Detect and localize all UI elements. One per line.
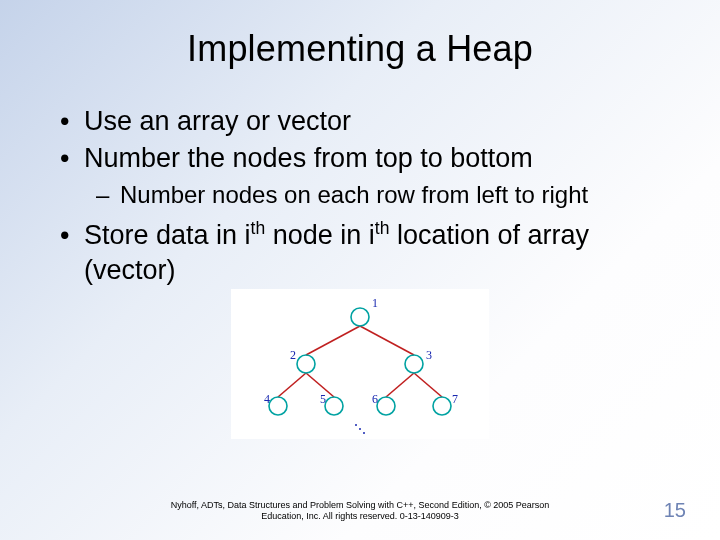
bullet-3-sup2: th	[375, 218, 390, 238]
footer-line-1: Nyhoff, ADTs, Data Structures and Proble…	[171, 500, 550, 510]
label-7: 7	[452, 392, 458, 406]
bullet-1-text: Use an array or vector	[84, 106, 351, 136]
footer-line-2: Education, Inc. All rights reserved. 0-1…	[261, 511, 459, 521]
bullet-1: Use an array or vector	[56, 104, 672, 139]
bullet-3-mid: node in i	[265, 220, 375, 250]
node-1	[351, 308, 369, 326]
slide-title: Implementing a Heap	[48, 28, 672, 70]
edge-1-2	[306, 326, 360, 355]
bullet-2-sublist: Number nodes on each row from left to ri…	[84, 179, 672, 210]
tree-diagram-wrap: 1 2 3 4 5 6 7	[48, 289, 672, 439]
bullet-2-text: Number the nodes from top to bottom	[84, 143, 533, 173]
label-2: 2	[290, 348, 296, 362]
label-5: 5	[320, 392, 326, 406]
edge-1-3	[360, 326, 414, 355]
ellipsis-dot	[363, 432, 365, 434]
page-number: 15	[664, 499, 686, 522]
bullet-2-sub-1-text: Number nodes on each row from left to ri…	[120, 181, 588, 208]
ellipsis-dot	[355, 424, 357, 426]
tree-diagram-box: 1 2 3 4 5 6 7	[231, 289, 489, 439]
bullet-2: Number the nodes from top to bottom Numb…	[56, 141, 672, 211]
bullet-2-sub-1: Number nodes on each row from left to ri…	[96, 179, 672, 210]
footer-citation: Nyhoff, ADTs, Data Structures and Proble…	[0, 500, 720, 523]
label-1: 1	[372, 296, 378, 310]
edge-3-6	[386, 373, 414, 397]
node-4	[269, 397, 287, 415]
edge-3-7	[414, 373, 442, 397]
bullet-list: Use an array or vector Number the nodes …	[48, 104, 672, 287]
node-3	[405, 355, 423, 373]
ellipsis-dot	[359, 428, 361, 430]
node-2	[297, 355, 315, 373]
label-3: 3	[426, 348, 432, 362]
node-5	[325, 397, 343, 415]
heap-tree-diagram: 1 2 3 4 5 6 7	[240, 293, 480, 437]
bullet-3-pre: Store data in i	[84, 220, 251, 250]
label-4: 4	[264, 392, 270, 406]
bullet-3-sup1: th	[251, 218, 266, 238]
node-7	[433, 397, 451, 415]
label-6: 6	[372, 392, 378, 406]
edge-2-4	[278, 373, 306, 397]
node-6	[377, 397, 395, 415]
slide: Implementing a Heap Use an array or vect…	[0, 0, 720, 540]
bullet-3: Store data in ith node in ith location o…	[56, 218, 672, 287]
